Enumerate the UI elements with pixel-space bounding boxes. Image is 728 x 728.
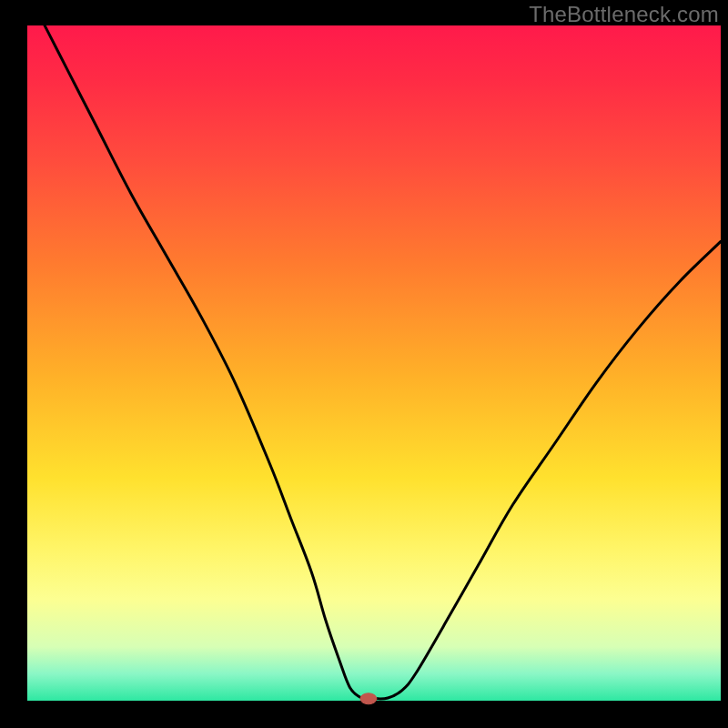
chart-frame: TheBottleneck.com [0,0,728,728]
bottleneck-curve-svg [27,25,721,701]
optimal-point-marker [360,693,377,704]
watermark-text: TheBottleneck.com [529,2,719,27]
bottleneck-curve-path [27,0,721,699]
